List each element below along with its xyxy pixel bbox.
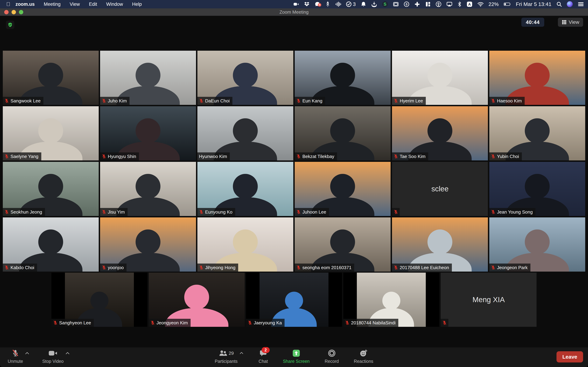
participant-nameplate: Kabdo Choi — [3, 264, 37, 272]
search-icon[interactable] — [556, 1, 562, 7]
participant-nameplate — [392, 208, 400, 216]
participant-tile[interactable]: Jeongyeon Kim — [149, 273, 245, 327]
participant-tile[interactable]: Jisu Yim — [100, 162, 196, 216]
minimize-window-button[interactable] — [12, 10, 16, 14]
wifi-icon[interactable] — [477, 1, 484, 7]
participant-tile[interactable]: Jean Young Song — [489, 162, 585, 216]
participant-name: Bekzat Tilekbay — [303, 154, 334, 159]
participant-tile[interactable]: 20180744 NabilaSindi — [343, 273, 439, 327]
input-source-icon[interactable]: A — [467, 1, 473, 7]
bluetooth-icon[interactable] — [457, 1, 462, 7]
clock-check-icon[interactable]: 3 — [346, 1, 356, 7]
circle-zero-icon[interactable]: 0 — [404, 1, 409, 7]
participant-tile[interactable]: Jaeryoung Ka — [246, 273, 342, 327]
mic-muted-icon — [491, 154, 495, 159]
airplay-icon[interactable] — [446, 1, 453, 7]
close-window-button[interactable] — [4, 10, 9, 14]
participant-tile[interactable]: Eun Kang — [295, 51, 391, 105]
window-icon[interactable] — [393, 1, 399, 7]
participant-tile[interactable]: Yubin Choi — [489, 106, 585, 160]
participant-nameplate: Hyungyu Shin — [100, 152, 139, 160]
audio-options-caret[interactable] — [25, 352, 29, 355]
dropbox-icon[interactable] — [304, 1, 310, 7]
participant-tile[interactable]: Meng XIA — [441, 273, 536, 327]
stop-video-button[interactable]: Stop Video — [42, 349, 64, 364]
mic-muted-icon — [296, 154, 301, 159]
participant-nameplate: Hyerim Lee — [392, 97, 426, 105]
menu-bar-clock[interactable]: Fri Mar 5 13:41 — [516, 1, 551, 7]
participant-tile[interactable]: sclee — [392, 162, 488, 216]
participant-name: Jeongyeon Kim — [156, 320, 188, 325]
participant-tile[interactable]: Jihyeong Hong — [197, 217, 293, 272]
participant-nameplate: Eunyoung Ko — [197, 208, 235, 216]
participant-tile[interactable]: Hyunwoo Kim — [197, 106, 293, 160]
columns-icon[interactable] — [425, 1, 431, 7]
participant-tile[interactable]: Juho Kim — [100, 51, 196, 105]
participant-tile[interactable]: Juhoon Lee — [295, 162, 391, 216]
window-title-bar: Zoom Meeting — [0, 8, 588, 16]
menu-list-icon[interactable] — [578, 1, 584, 7]
menu-window[interactable]: Window — [106, 1, 123, 7]
participant-nameplate: Hyunwoo Kim — [197, 152, 230, 160]
share-screen-button[interactable]: Share Screen — [283, 349, 310, 364]
menu-meeting[interactable]: Meeting — [44, 1, 61, 7]
participant-name: Yubin Choi — [497, 154, 519, 159]
participant-nameplate: Juhoon Lee — [295, 208, 329, 216]
participant-tile[interactable]: Tae Soo Kim — [392, 106, 488, 160]
mic-muted-icon — [4, 98, 9, 103]
leave-button[interactable]: Leave — [556, 351, 583, 362]
waveform-icon[interactable] — [335, 1, 341, 7]
menu-view[interactable]: View — [70, 1, 80, 7]
siri-icon[interactable] — [567, 1, 573, 7]
participant-tile[interactable]: yoonjoo — [100, 217, 196, 272]
participant-tile[interactable]: Hyungyu Shin — [100, 106, 196, 160]
meeting-security-button[interactable] — [6, 21, 14, 29]
view-button[interactable]: View — [558, 18, 583, 27]
reactions-button[interactable]: Reactions — [354, 349, 373, 364]
participants-caret[interactable] — [239, 352, 244, 355]
mic-muted-icon — [394, 209, 398, 214]
participant-tile[interactable]: seongha eom 20160371 — [295, 217, 391, 272]
record-button[interactable]: Record — [325, 349, 339, 364]
participant-tile[interactable]: Hyerim Lee — [392, 51, 488, 105]
stop-video-label: Stop Video — [42, 359, 64, 364]
participant-tile[interactable]: Bekzat Tilekbay — [295, 106, 391, 160]
pill-icon[interactable] — [414, 1, 420, 7]
apple-menu-icon[interactable]:  — [6, 1, 10, 7]
participant-gallery-bottom-row: Sanghyeon LeeJeongyeon KimJaeryoung Ka20… — [0, 273, 588, 327]
zoom-window-button[interactable] — [19, 10, 23, 14]
participant-name: seongha eom 20160371 — [303, 265, 351, 270]
unmute-button[interactable]: Unmute — [8, 349, 23, 364]
participant-name: Seokhun Jeong — [10, 209, 42, 215]
menu-zoom-us[interactable]: zoom.us — [16, 1, 35, 7]
participant-tile[interactable]: Sangwook Lee — [3, 51, 99, 105]
chat-button[interactable]: 2 Chat — [259, 349, 268, 364]
participant-nameplate: Sanghyeon Lee — [52, 319, 94, 327]
participant-tile[interactable]: Eunyoung Ko — [197, 162, 293, 216]
participant-tile[interactable]: Sanghyeon Lee — [52, 273, 147, 327]
rocket-icon[interactable] — [325, 1, 330, 7]
chat-notification-icon[interactable]: N — [314, 1, 320, 7]
s-circle-icon[interactable]: S — [382, 1, 388, 7]
participant-tile[interactable]: DaEun Choi — [197, 51, 293, 105]
accessibility-icon[interactable] — [436, 1, 441, 7]
participant-tile[interactable]: 20170488 Lee Euicheon — [392, 217, 488, 272]
participant-tile[interactable]: Jeongeon Park — [489, 217, 585, 272]
video-camera-icon[interactable] — [293, 1, 299, 7]
participant-name: 20180744 NabilaSindi — [351, 320, 396, 325]
participant-tile[interactable]: Seokhun Jeong — [3, 162, 99, 216]
participant-tile[interactable]: Saelyne Yang — [3, 106, 99, 160]
mic-muted-icon — [345, 320, 349, 325]
inbox-download-icon[interactable] — [371, 1, 377, 7]
participant-nameplate: 20180744 NabilaSindi — [343, 319, 398, 327]
video-options-caret[interactable] — [65, 352, 70, 355]
participants-button[interactable]: 29 Participants — [215, 349, 238, 364]
participant-display-name: sclee — [392, 162, 488, 216]
bell-icon[interactable] — [361, 1, 366, 7]
menu-edit[interactable]: Edit — [89, 1, 97, 7]
participant-tile[interactable]: Kabdo Choi — [3, 217, 99, 272]
participant-name: Juhoon Lee — [303, 209, 326, 215]
participant-nameplate: Bekzat Tilekbay — [295, 152, 337, 160]
menu-help[interactable]: Help — [132, 1, 142, 7]
participant-tile[interactable]: Haesoo Kim — [489, 51, 585, 105]
